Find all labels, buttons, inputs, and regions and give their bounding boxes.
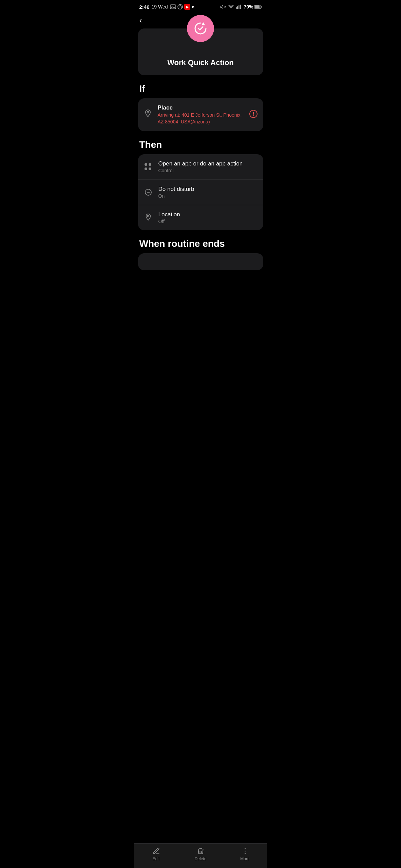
app-icon-circle (187, 15, 214, 42)
routine-title: Work Quick Action (167, 58, 234, 67)
svg-point-18 (147, 215, 149, 217)
if-section-label: If (134, 75, 267, 98)
apps-grid-icon (144, 163, 153, 171)
svg-rect-7 (237, 6, 238, 9)
mute-icon (220, 4, 226, 10)
when-section-label: When routine ends (134, 230, 267, 253)
wifi-icon (228, 4, 234, 10)
svg-rect-11 (255, 5, 260, 8)
action-location-subtitle: Off (158, 219, 258, 224)
signal-icon (236, 4, 242, 9)
then-section-label: Then (134, 131, 267, 154)
image-icon (170, 4, 176, 9)
action-open-app-content: Open an app or do an app action Control (158, 160, 258, 173)
youtube-icon: ▶ (184, 4, 190, 10)
action-location[interactable]: Location Off (138, 205, 263, 230)
svg-rect-9 (240, 5, 241, 9)
when-card (138, 253, 263, 270)
action-dnd-subtitle: On (158, 193, 258, 199)
location-icon (144, 213, 153, 222)
battery-icon-svg (254, 5, 262, 9)
page-content: ‹ Work Quick Action If Place Arriving at… (134, 12, 267, 301)
routine-icon (193, 21, 208, 36)
action-card: Open an app or do an app action Control … (138, 154, 263, 230)
action-location-title: Location (158, 211, 258, 218)
svg-point-2 (178, 4, 183, 9)
place-icon (144, 109, 153, 121)
ball-icon (177, 4, 183, 9)
action-dnd[interactable]: Do not disturb On (138, 179, 263, 205)
condition-card[interactable]: Place Arriving at: 401 E Jefferson St, P… (138, 98, 263, 131)
header-card: Work Quick Action (138, 28, 263, 75)
notification-dot (192, 6, 194, 8)
action-open-app[interactable]: Open an app or do an app action Control (138, 154, 263, 179)
svg-rect-8 (239, 5, 240, 9)
warning-icon (249, 110, 258, 120)
action-dnd-title: Do not disturb (158, 186, 258, 193)
action-dnd-content: Do not disturb On (158, 186, 258, 199)
action-open-app-title: Open an app or do an app action (158, 160, 258, 167)
condition-title: Place (158, 104, 244, 111)
notification-icons: ▶ (170, 4, 194, 10)
svg-point-12 (147, 111, 149, 113)
battery-text: 79% (244, 4, 253, 9)
svg-point-1 (171, 6, 172, 7)
status-left: 2:46 19 Wed ▶ (139, 4, 194, 10)
battery-indicator: 79% (244, 4, 262, 9)
status-bar: 2:46 19 Wed ▶ 79% (134, 0, 267, 12)
condition-content: Place Arriving at: 401 E Jefferson St, P… (158, 104, 244, 125)
back-chevron-icon: ‹ (139, 16, 142, 25)
condition-subtitle: Arriving at: 401 E Jefferson St, Phoenix… (158, 112, 244, 125)
status-time: 2:46 (139, 4, 150, 10)
svg-rect-6 (236, 7, 237, 9)
dnd-icon (144, 188, 153, 196)
status-date: 19 Wed (152, 4, 168, 9)
action-location-content: Location Off (158, 211, 258, 224)
action-open-app-subtitle: Control (158, 168, 258, 173)
svg-point-15 (253, 115, 254, 116)
status-right: 79% (220, 4, 262, 10)
